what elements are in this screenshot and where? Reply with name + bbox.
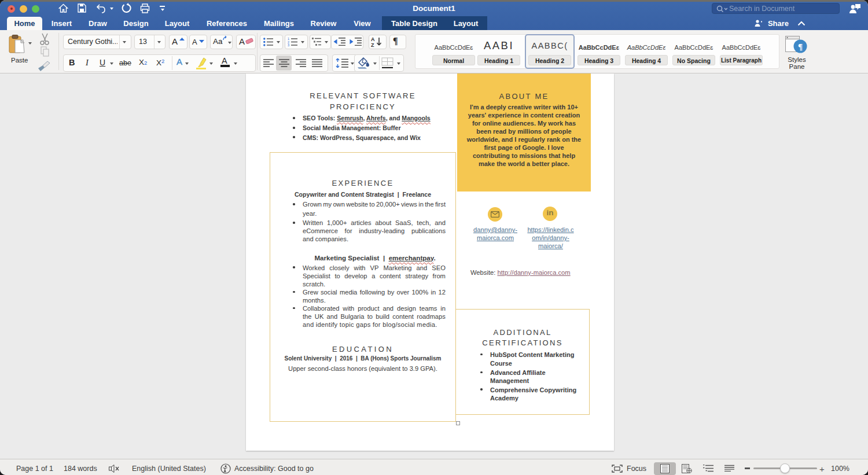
svg-text:A: A — [371, 36, 375, 42]
svg-text:3: 3 — [288, 43, 289, 46]
svg-text:¶: ¶ — [798, 42, 803, 51]
svg-text:Z: Z — [371, 42, 374, 47]
